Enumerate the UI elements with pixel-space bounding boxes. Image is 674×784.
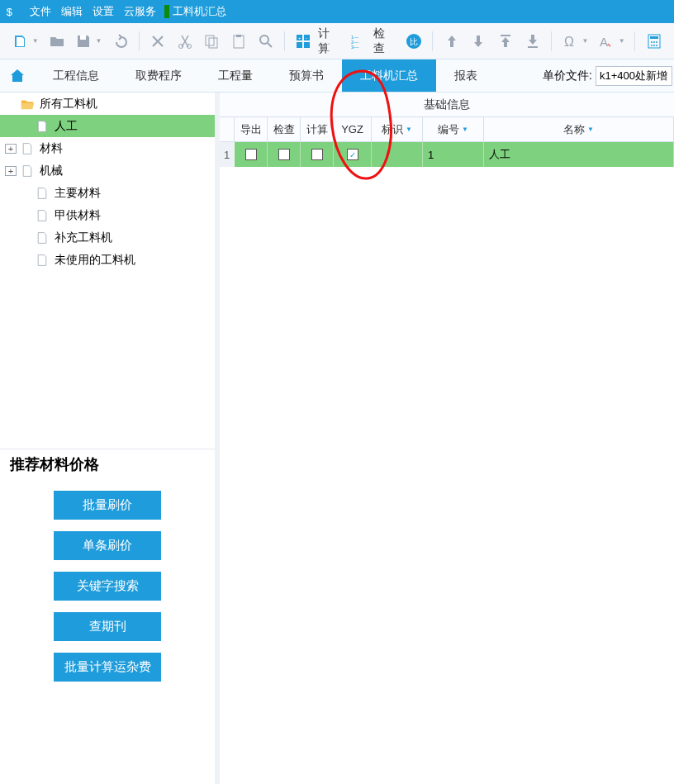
tree-item-labor[interactable]: 人工 — [0, 115, 215, 137]
menu-cloud[interactable]: 云服务 — [119, 4, 161, 19]
tree-item-supplement[interactable]: 补充工料机 — [0, 226, 215, 249]
svg-text:✎: ✎ — [607, 43, 611, 48]
svg-point-32 — [656, 45, 657, 46]
keyword-search-button[interactable]: 关键字搜索 — [54, 572, 161, 601]
tree-root-label: 所有工料机 — [40, 97, 97, 112]
file-icon — [35, 119, 50, 134]
header-name[interactable]: 名称▼ — [484, 117, 674, 141]
mark-cell[interactable] — [372, 142, 423, 167]
header-mark[interactable]: 标识▼ — [372, 117, 423, 141]
arrow-up-button[interactable] — [439, 29, 463, 54]
new-dropdown-icon[interactable]: ▼ — [32, 37, 40, 45]
check-icon: 1—2—3— — [347, 29, 370, 54]
arrow-down-bar-button[interactable] — [520, 29, 544, 54]
single-refresh-button[interactable]: 单条刷价 — [54, 531, 161, 560]
tree: 所有工料机 人工 + 材料 + 机械 主要材料 — [0, 93, 215, 271]
batch-freight-button[interactable]: 批量计算运杂费 — [54, 653, 161, 682]
tree-item-machine[interactable]: + 机械 — [0, 159, 215, 182]
menu-settings[interactable]: 设置 — [88, 4, 119, 19]
svg-rect-26 — [650, 36, 658, 39]
save-dropdown-icon[interactable]: ▼ — [96, 37, 104, 45]
batch-refresh-button[interactable]: 批量刷价 — [54, 491, 161, 520]
undo-button[interactable] — [108, 29, 132, 54]
open-button[interactable] — [45, 29, 69, 54]
code-cell[interactable]: 1 — [423, 142, 484, 167]
grid-header: 导出 检查 计算 YGZ 标识▼ 编号▼ 名称▼ — [220, 117, 674, 142]
header-code[interactable]: 编号▼ — [423, 117, 484, 141]
tab-budget[interactable]: 预算书 — [271, 59, 342, 92]
tab-material-summary[interactable]: 工料机汇总 — [342, 59, 436, 92]
home-tab[interactable] — [0, 59, 35, 92]
toolbar: ▼ ▼ +- 计算 1—2—3— 检查 比 Ω ▼ A✎ ▼ — [0, 23, 674, 59]
omega-dropdown-icon[interactable]: ▼ — [582, 37, 591, 45]
header-export[interactable]: 导出 — [235, 117, 268, 141]
journal-button[interactable]: 查期刊 — [54, 612, 161, 641]
file-icon — [35, 253, 50, 268]
svg-text:3—: 3— — [351, 45, 358, 50]
export-checkbox[interactable] — [245, 149, 257, 160]
tree-item-label: 材料 — [40, 141, 63, 156]
unit-file-label: 单价文件: — [543, 69, 592, 83]
paste-button[interactable] — [227, 29, 251, 54]
font-dropdown-icon[interactable]: ▼ — [619, 37, 627, 45]
svg-point-8 — [260, 36, 268, 44]
tab-quantity[interactable]: 工程量 — [200, 59, 271, 92]
svg-text:-: - — [306, 36, 307, 40]
cut-button[interactable] — [173, 29, 197, 54]
font-button[interactable]: A✎ — [595, 29, 619, 54]
compute-icon: +- — [292, 29, 315, 54]
file-icon — [20, 141, 35, 156]
svg-rect-21 — [528, 46, 538, 48]
file-icon — [35, 208, 50, 223]
ygz-checkbox[interactable]: ✓ — [347, 149, 358, 160]
name-cell[interactable]: 人工 — [484, 142, 674, 167]
tree-item-label: 甲供材料 — [55, 208, 101, 223]
unit-file-select[interactable]: k1+400处新增 — [596, 66, 672, 86]
svg-point-28 — [653, 41, 655, 43]
table-row[interactable]: 1 ✓ 1 人工 — [220, 142, 674, 167]
file-icon — [20, 164, 35, 178]
header-calc[interactable]: 计算 — [301, 117, 334, 141]
content: 基础信息 导出 检查 计算 YGZ 标识▼ 编号▼ 名称▼ 1 ✓ 1 人工 — [220, 93, 674, 784]
chevron-down-icon: ▼ — [587, 126, 594, 133]
tab-fee-program[interactable]: 取费程序 — [117, 59, 200, 92]
compare-button[interactable]: 比 — [402, 29, 426, 54]
copy-button[interactable] — [200, 29, 224, 54]
tree-item-unused[interactable]: 未使用的工料机 — [0, 249, 215, 271]
tree-root[interactable]: 所有工料机 — [0, 93, 215, 115]
svg-text:+: + — [298, 36, 301, 40]
omega-button[interactable]: Ω — [558, 29, 582, 54]
svg-point-29 — [656, 41, 657, 43]
tree-item-main-material[interactable]: 主要材料 — [0, 182, 215, 204]
check-button[interactable]: 1—2—3— 检查 — [345, 26, 401, 56]
search-button[interactable] — [254, 29, 278, 54]
tree-item-material[interactable]: + 材料 — [0, 137, 215, 159]
tree-item-supply-material[interactable]: 甲供材料 — [0, 204, 215, 226]
tabbar: 工程信息 取费程序 工程量 预算书 工料机汇总 报表 单价文件: k1+400处… — [0, 59, 674, 93]
save-button[interactable] — [72, 29, 96, 54]
svg-point-30 — [651, 45, 653, 46]
calc-checkbox[interactable] — [311, 149, 323, 160]
menu-file[interactable]: 文件 — [25, 4, 56, 19]
arrow-down-button[interactable] — [467, 29, 491, 54]
tree-item-label: 机械 — [40, 164, 63, 178]
expand-icon[interactable]: + — [5, 144, 17, 154]
expand-icon[interactable]: + — [5, 166, 17, 176]
menu-edit[interactable]: 编辑 — [56, 4, 88, 19]
delete-button[interactable] — [146, 29, 170, 54]
tree-item-label: 人工 — [55, 119, 78, 134]
calculator-button[interactable] — [642, 29, 666, 54]
svg-text:比: 比 — [410, 37, 418, 46]
tab-project-info[interactable]: 工程信息 — [35, 59, 117, 92]
header-check[interactable]: 检查 — [268, 117, 301, 141]
svg-rect-11 — [297, 42, 302, 48]
arrow-up-bar-button[interactable] — [494, 29, 518, 54]
compute-button[interactable]: +- 计算 — [290, 26, 345, 56]
svg-point-31 — [653, 45, 655, 46]
tree-item-label: 主要材料 — [55, 186, 101, 201]
check-checkbox[interactable] — [278, 149, 290, 160]
file-icon — [35, 230, 50, 245]
header-ygz[interactable]: YGZ — [334, 117, 372, 141]
new-button[interactable] — [8, 29, 32, 54]
tab-report[interactable]: 报表 — [436, 59, 496, 92]
